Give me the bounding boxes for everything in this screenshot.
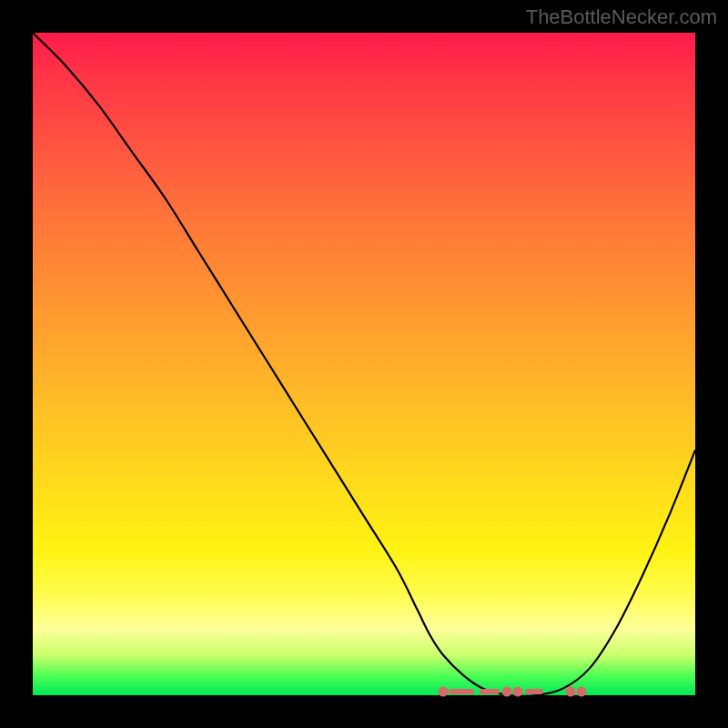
plot-area [33, 33, 695, 695]
marker-bar [449, 689, 474, 694]
marker-dot [439, 686, 449, 696]
bottleneck-curve [33, 33, 695, 695]
watermark-text: TheBottleNecker.com [526, 5, 717, 29]
marker-dot [513, 686, 523, 696]
marker-dot [502, 686, 512, 696]
marker-bar [480, 689, 500, 694]
marker-dot [576, 686, 586, 696]
marker-dot [565, 686, 575, 696]
marker-bar [525, 689, 543, 694]
